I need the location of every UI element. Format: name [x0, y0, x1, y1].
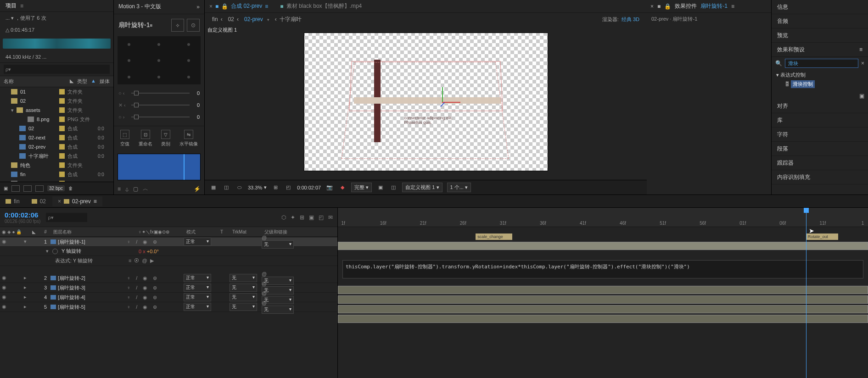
- motion-collapse-icon[interactable]: »: [196, 4, 200, 10]
- panel-info[interactable]: 信息: [772, 0, 868, 14]
- header-name[interactable]: 名称: [4, 78, 66, 85]
- timeline-tracks[interactable]: scale_change Rotate_out thisComp.layer("…: [338, 227, 868, 378]
- renderer-value[interactable]: 经典 3D: [622, 16, 639, 23]
- panel-menu-icon[interactable]: ≡: [20, 3, 23, 9]
- comp-tab-footage[interactable]: ■ 素材 black box【惜枫醉】.mp4: [277, 0, 364, 12]
- project-item[interactable]: 02-next合成0:0: [0, 133, 113, 142]
- view-dropdown[interactable]: 自定义视图 1 ▾: [402, 183, 442, 192]
- timeline-tab-02[interactable]: 02: [26, 196, 51, 206]
- timeline-tab-02-prev[interactable]: × 02-prev ≡: [52, 196, 102, 206]
- res-icon[interactable]: ⊞: [271, 183, 280, 192]
- motion-anchor-grid[interactable]: [118, 36, 201, 85]
- timeline-layers-list[interactable]: ◉▾1[扇叶旋转-1]♀/◉⊛正常▾@ 无▾▾Y 轴旋转0 x +0.0°表达式…: [0, 237, 337, 312]
- header-type[interactable]: 类型: [77, 78, 87, 85]
- new-comp-icon[interactable]: [23, 185, 32, 192]
- timeline-timecode[interactable]: 0:00:02:06: [5, 211, 40, 219]
- crop-icon[interactable]: ◰: [284, 183, 292, 192]
- header-label-icon[interactable]: ◣: [70, 78, 73, 85]
- breadcrumb-02[interactable]: 02 ‹: [228, 16, 239, 22]
- project-list[interactable]: 01文件夹02文件夹▾assets文件夹8.pngPNG 文件02合成0:002…: [0, 87, 113, 182]
- close-icon[interactable]: ×: [209, 3, 213, 10]
- marker-rotate-out[interactable]: Rotate_out: [806, 233, 838, 240]
- timeline-layer-row[interactable]: ◉▸5[扇叶旋转-5]♀/◉⊛正常▾无▾@ 无▾: [0, 302, 337, 312]
- layer-bar-5[interactable]: [338, 315, 868, 323]
- motion-target-icon[interactable]: ⟡: [171, 19, 184, 32]
- timeline-expression-row[interactable]: 表达式: Y 轴旋转≡⦿@▶: [0, 256, 337, 266]
- project-item[interactable]: 8.pngPNG 文件: [0, 115, 113, 124]
- motion-reset-icon[interactable]: ⊙: [187, 19, 200, 32]
- breadcrumb-cross[interactable]: ‹ 十字扇叶: [275, 16, 302, 23]
- interpret-icon[interactable]: [11, 185, 20, 192]
- effects-search-input[interactable]: [785, 59, 858, 68]
- motion-anchor-icon[interactable]: ⍙: [125, 186, 129, 192]
- clear-search-icon[interactable]: ×: [861, 60, 864, 67]
- graph-icon[interactable]: ◰: [319, 214, 324, 221]
- panel-menu-icon[interactable]: ≡: [265, 3, 268, 10]
- lock-icon[interactable]: 🔒: [664, 3, 671, 10]
- draft-3d-icon[interactable]: ✉: [328, 214, 333, 221]
- viewer-timecode[interactable]: 0:00:02:07: [297, 185, 321, 190]
- layer-bar-2[interactable]: [338, 286, 868, 294]
- header-media[interactable]: 媒体: [100, 78, 110, 85]
- playhead[interactable]: [806, 208, 806, 378]
- marker-scale-change[interactable]: scale_change: [476, 233, 512, 240]
- motion-blur-icon[interactable]: ▣: [309, 214, 314, 221]
- motion-slider-2[interactable]: ✕ ‹0: [118, 99, 200, 111]
- motion-slider-1[interactable]: ○ ‹0: [118, 87, 200, 99]
- project-column-headers[interactable]: 名称 ◣ 类型 ▲ 媒体: [0, 76, 113, 87]
- shy-icon[interactable]: ✦: [291, 214, 295, 221]
- panel-menu-icon[interactable]: ≡: [731, 3, 734, 10]
- footage-icon[interactable]: ▣: [4, 186, 8, 191]
- close-icon[interactable]: ×: [650, 3, 654, 10]
- motion-menu-icon[interactable]: ≡: [118, 186, 121, 192]
- project-item[interactable]: 纯色文件夹: [0, 161, 113, 170]
- layer-bar-1[interactable]: [338, 242, 868, 250]
- trash-icon[interactable]: 🗑: [68, 186, 73, 191]
- breadcrumb-02-prev[interactable]: 02-prev: [244, 16, 269, 22]
- timeline-ruler[interactable]: 1f16f21f26f31f36f41f46f51f56f01f06f11f1: [338, 208, 868, 227]
- timeline-track-panel[interactable]: 1f16f21f26f31f36f41f46f51f56f01f06f11f1 …: [338, 208, 868, 378]
- panel-library[interactable]: 库: [772, 113, 868, 128]
- project-search-input[interactable]: [4, 65, 110, 74]
- project-item[interactable]: 02合成0:0: [0, 124, 113, 133]
- project-item[interactable]: 02文件夹: [0, 96, 113, 106]
- guide-icon[interactable]: ◫: [389, 183, 398, 192]
- comp-mini-icon[interactable]: ⬡: [281, 214, 286, 221]
- snapshot-icon[interactable]: 📷: [325, 183, 334, 192]
- motion-box-icon[interactable]: ▢: [133, 186, 138, 192]
- quality-dropdown[interactable]: 完整 ▾: [351, 183, 372, 192]
- project-item[interactable]: 01文件夹: [0, 87, 113, 96]
- motion-slider-3[interactable]: ○ ›0: [118, 111, 200, 123]
- panel-effects-presets[interactable]: 效果和预设≡: [772, 43, 868, 57]
- new-folder-icon[interactable]: [35, 185, 44, 192]
- timeline-layer-row[interactable]: ◉▾1[扇叶旋转-1]♀/◉⊛正常▾@ 无▾: [0, 237, 337, 247]
- project-item[interactable]: 02-prev合成0:0: [0, 142, 113, 151]
- mask-icon[interactable]: ⬭: [235, 183, 243, 192]
- expression-field[interactable]: thisComp.layer("扇叶旋转-控制器").transform.yRo…: [342, 260, 863, 278]
- layer-bar-3[interactable]: [338, 295, 868, 304]
- timeline-tab-fin[interactable]: fin: [0, 196, 25, 206]
- motion-rename-button[interactable]: ⊡重命名: [139, 130, 152, 147]
- motion-category-button[interactable]: ▽类别: [161, 130, 170, 147]
- timeline-search-input[interactable]: [46, 213, 87, 222]
- comp-viewport[interactable]: 自定义视图 1 consectetur adipiscing elit.Phas…: [205, 26, 647, 180]
- zoom-dropdown[interactable]: 33.3% ▾: [248, 184, 267, 190]
- frame-blend-icon[interactable]: ⊞: [300, 214, 304, 221]
- panel-paragraph[interactable]: 段落: [772, 142, 868, 156]
- project-item[interactable]: ▾assets文件夹: [0, 106, 113, 115]
- motion-up-icon[interactable]: ︿: [143, 185, 148, 193]
- comp-tab-02-prev[interactable]: × ■ 🔒 合成 02-prev ≡: [207, 0, 271, 12]
- views-count-dropdown[interactable]: 1 个... ▾: [447, 183, 471, 192]
- new-bin-icon[interactable]: ▣: [772, 93, 868, 99]
- project-item[interactable]: 十字扇叶合成0:0: [0, 151, 113, 161]
- viewport-canvas[interactable]: consectetur adipiscing elit.Phasellus qu…: [304, 33, 548, 171]
- panel-content-aware[interactable]: 内容识别填充: [772, 170, 868, 184]
- motion-mirror-button[interactable]: ⇋水平镜像: [179, 130, 198, 147]
- panel-tracker[interactable]: 跟踪器: [772, 156, 868, 170]
- layer-bar-4[interactable]: [338, 305, 868, 313]
- alpha-icon[interactable]: ▦: [209, 183, 218, 192]
- panel-align[interactable]: 对齐: [772, 99, 868, 113]
- panel-audio[interactable]: 音频: [772, 14, 868, 28]
- lock-icon[interactable]: 🔒: [221, 3, 228, 10]
- preset-category[interactable]: ▾ 表达式控制: [776, 71, 863, 79]
